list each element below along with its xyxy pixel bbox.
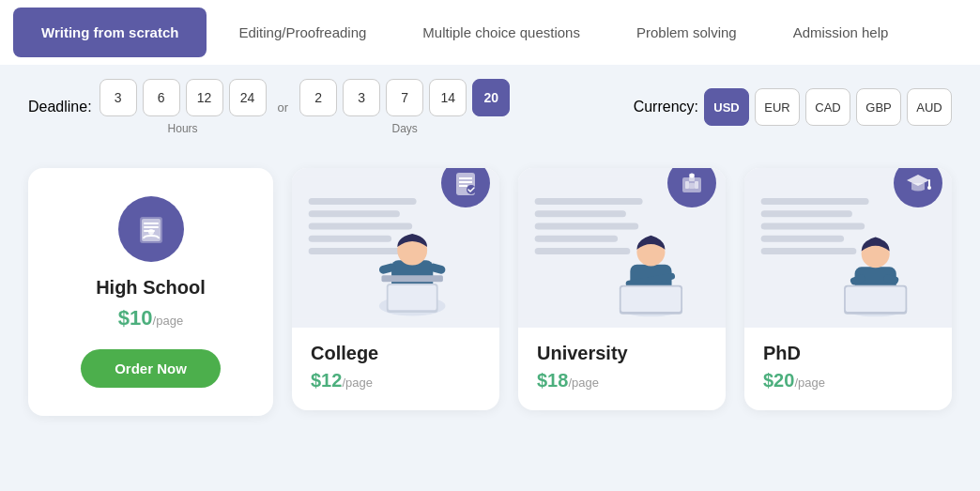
- svg-rect-40: [695, 181, 698, 189]
- deadline-24h[interactable]: 24: [229, 79, 267, 116]
- svg-rect-36: [621, 287, 681, 313]
- days-buttons: 2 3 7 14 20: [299, 79, 510, 116]
- high-school-order-btn[interactable]: Order Now: [81, 349, 221, 388]
- deadline-7d[interactable]: 7: [386, 79, 423, 116]
- cards-section: High School $10/page Order Now: [0, 149, 980, 444]
- nav-tabs: Writing from scratch Editing/Proofreadin…: [0, 0, 980, 65]
- tab-editing[interactable]: Editing/Proofreading: [210, 8, 394, 57]
- svg-rect-11: [309, 248, 405, 254]
- currency-group: Currency: USD EUR CAD GBP AUD: [634, 88, 952, 126]
- svg-rect-44: [761, 198, 869, 205]
- svg-rect-39: [685, 181, 689, 189]
- svg-rect-30: [535, 248, 631, 254]
- currency-gbp[interactable]: GBP: [856, 88, 901, 126]
- college-title: College: [311, 343, 481, 364]
- university-price: $18/page: [537, 370, 707, 391]
- svg-point-58: [927, 186, 931, 190]
- svg-rect-28: [535, 222, 639, 229]
- hours-buttons: 3 6 12 24: [100, 79, 267, 116]
- svg-rect-8: [309, 210, 400, 217]
- svg-rect-27: [535, 210, 626, 217]
- college-price: $12/page: [311, 370, 481, 391]
- svg-rect-45: [761, 210, 852, 217]
- deadline-3d[interactable]: 3: [343, 79, 380, 116]
- high-school-title: High School: [96, 277, 206, 299]
- phd-price: $20/page: [763, 370, 933, 391]
- svg-point-42: [690, 174, 695, 178]
- card-high-school: High School $10/page Order Now: [28, 168, 273, 416]
- or-text: or: [278, 100, 289, 115]
- tab-problem[interactable]: Problem solving: [608, 8, 765, 57]
- svg-rect-48: [761, 248, 857, 254]
- svg-rect-29: [535, 236, 618, 242]
- svg-rect-46: [761, 222, 865, 229]
- card-college: College $12/page: [292, 168, 499, 410]
- svg-rect-7: [309, 198, 417, 205]
- deadline-20d[interactable]: 20: [472, 79, 510, 116]
- currency-label: Currency:: [634, 99, 698, 115]
- svg-rect-10: [309, 236, 391, 242]
- currency-aud[interactable]: AUD: [907, 88, 952, 126]
- currency-eur[interactable]: EUR: [755, 88, 800, 126]
- tab-mcq[interactable]: Multiple choice questions: [394, 8, 608, 57]
- high-school-price: $10/page: [118, 306, 183, 330]
- deadline-6h[interactable]: 6: [143, 79, 180, 116]
- deadline-label: Deadline:: [28, 99, 92, 115]
- deadline-12h[interactable]: 12: [186, 79, 223, 116]
- svg-rect-17: [381, 275, 442, 282]
- days-group: 2 3 7 14 20 Days: [299, 79, 510, 135]
- tab-writing[interactable]: Writing from scratch: [13, 8, 207, 57]
- days-label: Days: [392, 122, 418, 135]
- svg-rect-41: [689, 183, 695, 189]
- university-info: University $18/page: [518, 328, 726, 391]
- card-university: University $18/page: [518, 168, 726, 410]
- svg-rect-55: [846, 287, 906, 313]
- university-title: University: [537, 343, 707, 364]
- tab-admission[interactable]: Admission help: [765, 8, 917, 57]
- phd-title: PhD: [763, 343, 933, 364]
- svg-rect-26: [535, 198, 643, 205]
- college-image-area: [292, 168, 499, 328]
- deadline-14d[interactable]: 14: [429, 79, 467, 116]
- controls-row: Deadline: 3 6 12 24 Hours or 2 3 7 14 20…: [0, 65, 980, 149]
- deadline-3h[interactable]: 3: [100, 79, 137, 116]
- card-phd: PhD $20/page: [744, 168, 952, 410]
- phd-info: PhD $20/page: [744, 328, 952, 391]
- university-image-area: [518, 168, 726, 328]
- currency-cad[interactable]: CAD: [805, 88, 850, 126]
- college-info: College $12/page: [292, 328, 499, 391]
- svg-rect-19: [389, 285, 436, 311]
- high-school-icon: [118, 196, 184, 262]
- currency-usd[interactable]: USD: [704, 88, 749, 126]
- svg-point-5: [148, 229, 154, 235]
- hours-group: 3 6 12 24 Hours: [100, 79, 267, 135]
- deadline-2d[interactable]: 2: [299, 79, 337, 116]
- svg-rect-47: [761, 236, 844, 242]
- hours-label: Hours: [168, 122, 198, 135]
- svg-rect-9: [309, 222, 413, 229]
- phd-image-area: [744, 168, 952, 328]
